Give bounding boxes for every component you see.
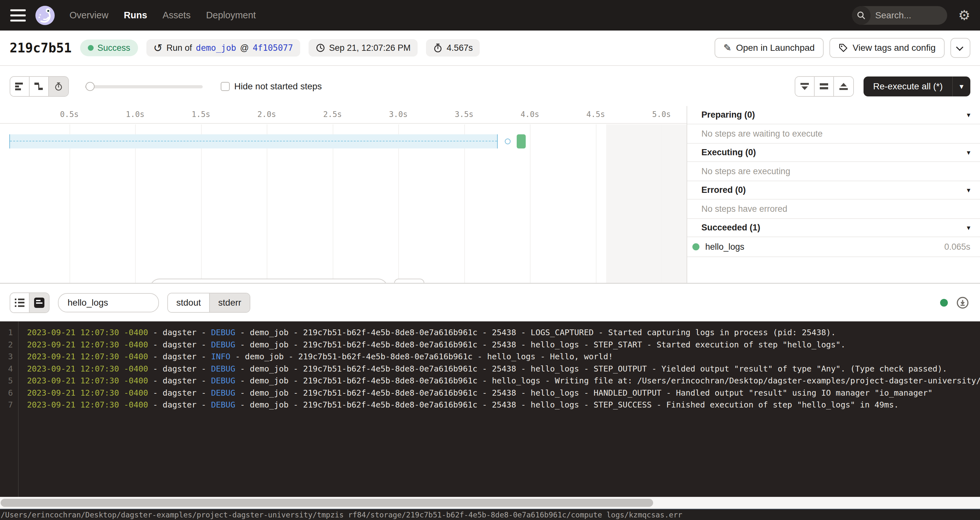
gantt-toolbar-right: Re-execute all (*) ▾ xyxy=(795,76,970,97)
job-link[interactable]: demo_job xyxy=(196,43,236,53)
log-toolbar: stdout stderr xyxy=(0,284,980,321)
nav-item-assets[interactable]: Assets xyxy=(162,10,191,21)
history-icon: ↺ xyxy=(153,43,163,53)
log-line: 62023-09-21 12:07:30 -0400 - dagster - D… xyxy=(0,387,980,399)
log-line: 22023-09-21 12:07:30 -0400 - dagster - D… xyxy=(0,339,980,351)
axis-tick-label: 4.0s xyxy=(520,110,539,119)
section-header-preparing[interactable]: Preparing (0) ▾ xyxy=(687,106,980,124)
waterfall-view-button[interactable] xyxy=(30,77,49,96)
log-lines: 12023-09-21 12:07:30 -0400 - dagster - D… xyxy=(0,327,980,411)
search-input[interactable] xyxy=(870,10,947,21)
hamburger-icon[interactable] xyxy=(10,10,26,22)
dagster-logo[interactable] xyxy=(35,5,55,26)
section-empty-preparing: No steps are waiting to execute xyxy=(687,124,980,144)
gantt-chart: 0.5s1.0s1.5s2.0s2.5s3.0s3.5s4.0s4.5s5.0s xyxy=(0,106,687,283)
hide-not-started-label: Hide not started steps xyxy=(234,81,322,92)
flat-view-button[interactable] xyxy=(10,77,30,96)
dagster-run-page: Overview Runs Assets Deployment / ⚙ 219c… xyxy=(0,0,980,520)
log-line: 12023-09-21 12:07:30 -0400 - dagster - D… xyxy=(0,327,980,339)
tab-stderr[interactable]: stderr xyxy=(210,293,250,312)
step-subset-box xyxy=(150,279,388,283)
log-line: 72023-09-21 12:07:30 -0400 - dagster - D… xyxy=(0,399,980,411)
split-rows-icon xyxy=(820,83,828,89)
zoom-slider[interactable] xyxy=(85,82,203,91)
view-tags-config-button[interactable]: View tags and config xyxy=(829,38,945,58)
status-bar: /Users/erincochran/Desktop/dagster-examp… xyxy=(0,509,980,520)
split-panels-button[interactable] xyxy=(815,77,834,96)
log-line: 42023-09-21 12:07:30 -0400 - dagster - D… xyxy=(0,363,980,375)
stopwatch-icon xyxy=(54,82,63,91)
log-line: 32023-09-21 12:07:30 -0400 - dagster - I… xyxy=(0,350,980,363)
more-actions-button[interactable] xyxy=(950,38,970,58)
log-view-mode-group xyxy=(10,292,49,313)
reexecute-options-button[interactable]: ▾ xyxy=(952,76,970,97)
gantt-view-mode-group xyxy=(10,76,69,97)
section-caret-icon[interactable]: ▾ xyxy=(967,111,970,119)
stdout-stderr-tabs: stdout stderr xyxy=(167,293,250,313)
status-badge: Success xyxy=(80,40,138,56)
step-marker-dot[interactable] xyxy=(505,138,511,144)
axis-tick-label: 1.5s xyxy=(192,110,210,119)
axis-tick-label: 3.0s xyxy=(389,110,408,119)
scrollbar-thumb[interactable] xyxy=(1,499,653,507)
collapse-down-icon xyxy=(800,83,809,90)
snapshot-link[interactable]: 4f105077 xyxy=(253,43,293,53)
gantt-step-bar-hello-logs[interactable] xyxy=(517,134,526,149)
primary-nav: Overview Runs Assets Deployment xyxy=(70,10,256,21)
horizontal-scrollbar[interactable] xyxy=(0,497,980,509)
run-of-tag: ↺ Run of demo_job @ 4f105077 xyxy=(146,39,300,57)
collapse-top-button[interactable] xyxy=(834,77,853,96)
section-empty-errored: No steps have errored xyxy=(687,200,980,219)
nav-item-deployment[interactable]: Deployment xyxy=(206,10,256,21)
duration-tag: 4.567s xyxy=(426,39,480,57)
waterfall-view-icon xyxy=(34,82,43,90)
axis-tick-label: 2.5s xyxy=(323,110,342,119)
top-nav: Overview Runs Assets Deployment / ⚙ xyxy=(0,0,980,30)
log-line: 52023-09-21 12:07:30 -0400 - dagster - D… xyxy=(0,375,980,387)
list-icon xyxy=(15,298,24,307)
tab-stdout[interactable]: stdout xyxy=(168,293,210,312)
step-status-panel: Preparing (0) ▾ No steps are waiting to … xyxy=(687,106,980,283)
slider-handle[interactable] xyxy=(86,82,95,91)
section-caret-icon[interactable]: ▾ xyxy=(967,186,970,195)
slider-track[interactable] xyxy=(85,85,203,89)
log-toolbar-right xyxy=(940,296,969,309)
structured-log-view-button[interactable] xyxy=(10,293,30,312)
axis-tick-label: 5.0s xyxy=(652,110,671,119)
axis-tick-label: 4.5s xyxy=(587,110,605,119)
section-empty-executing: No steps are executing xyxy=(687,162,980,181)
section-header-succeeded[interactable]: Succeeded (1) ▾ xyxy=(687,219,980,237)
collapse-up-icon xyxy=(839,83,848,90)
download-icon[interactable] xyxy=(956,296,969,309)
stream-status-dot xyxy=(940,299,948,307)
step-subset-controls: Hide unselected steps xyxy=(150,279,539,283)
after-run-shading xyxy=(606,124,687,283)
timed-view-button[interactable] xyxy=(49,77,68,96)
status-dot-icon xyxy=(88,45,94,51)
section-caret-icon[interactable]: ▾ xyxy=(967,224,970,232)
section-caret-icon[interactable]: ▾ xyxy=(967,149,970,157)
start-time-tag: Sep 21, 12:07:26 PM xyxy=(309,39,418,57)
reexecute-all-button[interactable]: Re-execute all (*) xyxy=(864,76,952,97)
step-row-hello-logs[interactable]: hello_logs 0.065s xyxy=(687,237,980,257)
waiting-band xyxy=(10,134,498,149)
raw-log-view-button[interactable] xyxy=(30,293,49,312)
search-box[interactable]: / xyxy=(852,6,947,25)
tag-icon xyxy=(838,43,848,53)
open-in-launchpad-button[interactable]: ✎ Open in Launchpad xyxy=(714,38,824,58)
gantt-toolbar: Hide not started steps Re-execute all (*… xyxy=(0,67,980,106)
hide-not-started-checkbox[interactable] xyxy=(221,82,230,91)
stopwatch-icon xyxy=(433,43,443,53)
pencil-icon: ✎ xyxy=(724,43,732,53)
section-header-errored[interactable]: Errored (0) ▾ xyxy=(687,181,980,200)
nav-item-runs[interactable]: Runs xyxy=(124,10,147,21)
graph-query-toggle-button[interactable] xyxy=(394,279,424,283)
step-success-dot-icon xyxy=(692,243,700,250)
gear-icon[interactable]: ⚙ xyxy=(958,9,970,22)
run-actions: ✎ Open in Launchpad View tags and config xyxy=(714,38,970,58)
section-header-executing[interactable]: Executing (0) ▾ xyxy=(687,144,980,162)
collapse-bottom-button[interactable] xyxy=(795,77,815,96)
nav-item-overview[interactable]: Overview xyxy=(70,10,108,21)
log-step-filter-input[interactable] xyxy=(58,293,159,312)
panel-layout-group xyxy=(795,76,854,97)
